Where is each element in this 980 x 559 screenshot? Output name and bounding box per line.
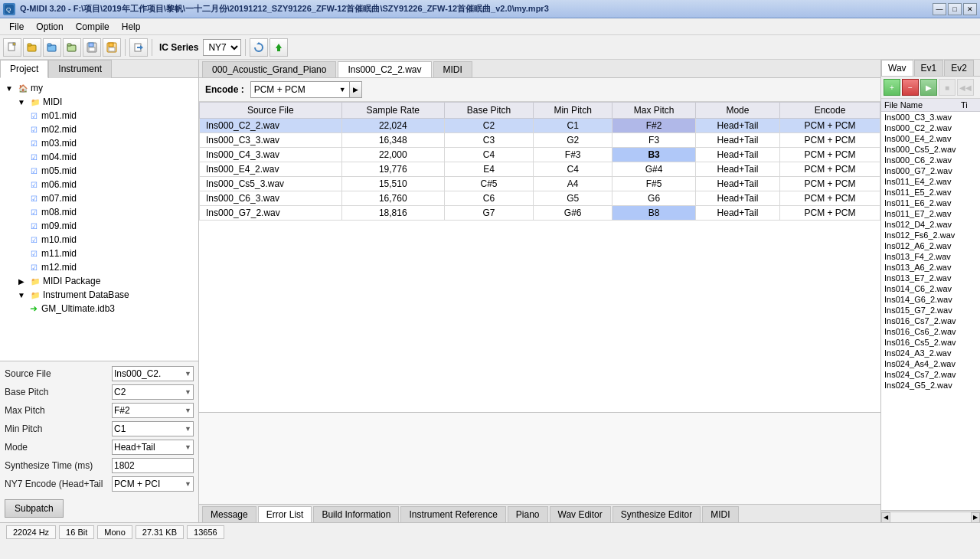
tree-m11[interactable]: ☑m11.mid xyxy=(3,247,195,260)
tree-m04[interactable]: ☑m04.mid xyxy=(3,150,195,164)
file-list-item[interactable]: Ins011_E7_2.wav xyxy=(881,208,980,219)
col-encode[interactable]: Encode xyxy=(780,103,880,119)
file-list-item[interactable]: Ins011_E5_2.wav xyxy=(881,187,980,198)
col-mode[interactable]: Mode xyxy=(695,103,779,119)
menu-file[interactable]: File xyxy=(3,20,30,34)
source-file-value[interactable]: Ins000_C2. ▼ xyxy=(112,366,194,381)
file-list-item[interactable]: Ins024_A3_2.wav xyxy=(881,348,980,358)
encode-dropdown-arrow[interactable]: ▼ xyxy=(339,86,346,93)
play-button[interactable]: ▶ xyxy=(920,79,937,96)
tree-m02[interactable]: ☑m02.mid xyxy=(3,123,195,136)
file-list-item[interactable]: Ins000_E4_2.wav xyxy=(881,133,980,144)
tab-acoustic-grand[interactable]: 000_Acoustic_Grand_Piano xyxy=(202,61,336,77)
file-list-item[interactable]: Ins000_C6_2.wav xyxy=(881,155,980,165)
col-sample-rate[interactable]: Sample Rate xyxy=(341,103,445,119)
ic-series-select[interactable]: NY7NY8 xyxy=(203,39,241,56)
right-tab-ev2[interactable]: Ev2 xyxy=(944,60,974,76)
table-row[interactable]: Ins000_C4_3.wav 22,000 C4 F#3 B3 Head+Ta… xyxy=(200,148,880,162)
tree-gm-ultimate[interactable]: ➜ GM_Ultimate.idb3 xyxy=(3,302,195,315)
minimize-button[interactable]: — xyxy=(933,3,946,15)
col-max-pitch[interactable]: Max Pitch xyxy=(612,103,696,119)
tree-m03[interactable]: ☑m03.mid xyxy=(3,136,195,150)
toolbar-download[interactable] xyxy=(270,38,288,57)
file-list-item[interactable]: Ins016_Cs5_2.wav xyxy=(881,337,980,348)
toolbar-open2[interactable] xyxy=(43,38,61,57)
tab-midi[interactable]: MIDI xyxy=(433,61,472,77)
file-list-item[interactable]: Ins013_E7_2.wav xyxy=(881,273,980,283)
tab-ins000-wav[interactable]: Ins000_C2_2.wav xyxy=(338,61,431,77)
file-list-item[interactable]: Ins000_G7_2.wav xyxy=(881,165,980,176)
file-list-item[interactable]: Ins024_As4_2.wav xyxy=(881,358,980,369)
tree-m09[interactable]: ☑m09.mid xyxy=(3,219,195,233)
maximize-button[interactable]: □ xyxy=(948,3,962,15)
menu-compile[interactable]: Compile xyxy=(70,20,116,34)
file-list-item[interactable]: Ins013_A6_2.wav xyxy=(881,262,980,273)
bottom-tab-instrument-ref[interactable]: Instrument Reference xyxy=(400,506,505,522)
file-list-item[interactable]: Ins013_F4_2.wav xyxy=(881,251,980,262)
tree-m07[interactable]: ☑m07.mid xyxy=(3,191,195,205)
file-list-item[interactable]: Ins000_C3_3.wav xyxy=(881,112,980,123)
tree-m12[interactable]: ☑m12.mid xyxy=(3,260,195,274)
table-row[interactable]: Ins000_Cs5_3.wav 15,510 C#5 A4 F#5 Head+… xyxy=(200,177,880,191)
tree-m01[interactable]: ☑m01.mid xyxy=(3,109,195,123)
stop-button[interactable]: ■ xyxy=(939,79,956,96)
file-list-item[interactable]: Ins012_D4_2.wav xyxy=(881,219,980,230)
tree-m10[interactable]: ☑m10.mid xyxy=(3,233,195,247)
tree-m08[interactable]: ☑m08.mid xyxy=(3,205,195,219)
bottom-tab-build-info[interactable]: Build Information xyxy=(313,506,399,522)
file-list-item[interactable]: Ins000_C2_2.wav xyxy=(881,123,980,133)
toolbar-new[interactable] xyxy=(3,38,21,57)
subpatch-button[interactable]: Subpatch xyxy=(5,499,64,518)
table-row[interactable]: Ins000_C6_3.wav 16,760 C6 G5 G6 Head+Tai… xyxy=(200,191,880,206)
bottom-tab-wav-editor[interactable]: Wav Editor xyxy=(550,506,611,522)
right-tab-wav[interactable]: Wav xyxy=(881,60,913,76)
file-list-item[interactable]: Ins000_Cs5_2.wav xyxy=(881,144,980,155)
bottom-tab-piano[interactable]: Piano xyxy=(508,506,548,522)
bottom-tab-message[interactable]: Message xyxy=(202,506,256,522)
toolbar-open3[interactable] xyxy=(63,38,81,57)
table-row[interactable]: Ins000_C2_2.wav 22,024 C2 C1 F#2 Head+Ta… xyxy=(200,119,880,133)
scroll-right-btn[interactable]: ▶ xyxy=(971,512,980,523)
col-min-pitch[interactable]: Min Pitch xyxy=(533,103,612,119)
tree-m05[interactable]: ☑m05.mid xyxy=(3,164,195,178)
toolbar-refresh[interactable] xyxy=(250,38,268,57)
file-list-item[interactable]: Ins012_A6_2.wav xyxy=(881,240,980,251)
file-list-item[interactable]: Ins011_E6_2.wav xyxy=(881,198,980,208)
file-list-item[interactable]: Ins014_G6_2.wav xyxy=(881,294,980,305)
scroll-track[interactable] xyxy=(890,512,971,522)
close-button[interactable]: ✕ xyxy=(963,3,977,15)
encode-expand-btn[interactable]: ▶ xyxy=(350,81,362,98)
col-source-file[interactable]: Source File xyxy=(200,103,342,119)
right-file-list[interactable]: Ins000_C3_3.wavIns000_C2_2.wavIns000_E4_… xyxy=(881,112,980,510)
file-list-item[interactable]: Ins014_C6_2.wav xyxy=(881,283,980,294)
menu-help[interactable]: Help xyxy=(116,20,147,34)
tree-root[interactable]: ▼ 🏠 my xyxy=(3,81,195,95)
menu-option[interactable]: Option xyxy=(30,20,69,34)
tree-m06[interactable]: ☑m06.mid xyxy=(3,178,195,191)
remove-button[interactable]: − xyxy=(902,79,919,96)
right-bottom-scroll[interactable]: ◀ ▶ xyxy=(881,510,980,522)
table-row[interactable]: Ins000_C3_3.wav 16,348 C3 G2 F3 Head+Tai… xyxy=(200,133,880,148)
toolbar-save2[interactable] xyxy=(103,38,121,57)
tab-instrument[interactable]: Instrument xyxy=(48,60,112,78)
right-tab-ev1[interactable]: Ev1 xyxy=(914,60,944,76)
tree-midi-package[interactable]: ▶ 📁 MIDI Package xyxy=(3,274,195,288)
toolbar-save[interactable] xyxy=(83,38,101,57)
tree-instrument-db[interactable]: ▼ 📁 Instrument DataBase xyxy=(3,288,195,302)
file-list-item[interactable]: Ins015_G7_2.wav xyxy=(881,305,980,315)
bottom-tab-error-list[interactable]: Error List xyxy=(258,506,312,522)
toolbar-export[interactable] xyxy=(129,38,148,57)
table-row[interactable]: Ins000_E4_2.wav 19,776 E4 C4 G#4 Head+Ta… xyxy=(200,162,880,177)
toolbar-open-project[interactable] xyxy=(23,38,41,57)
tab-project[interactable]: Project xyxy=(0,60,48,78)
bottom-tab-synth-editor[interactable]: Synthesize Editor xyxy=(612,506,701,522)
table-row[interactable]: Ins000_G7_2.wav 18,816 G7 G#6 B8 Head+Ta… xyxy=(200,206,880,221)
record-button[interactable]: ◀◀ xyxy=(957,79,974,96)
file-list-item[interactable]: Ins012_Fs6_2.wav xyxy=(881,230,980,240)
bottom-tab-midi[interactable]: MIDI xyxy=(702,506,738,522)
file-list-item[interactable]: Ins016_Cs6_2.wav xyxy=(881,326,980,337)
scroll-left-btn[interactable]: ◀ xyxy=(881,512,890,523)
file-list-item[interactable]: Ins024_Cs7_2.wav xyxy=(881,369,980,380)
file-list-item[interactable]: Ins011_E4_2.wav xyxy=(881,176,980,187)
file-list-item[interactable]: Ins024_G5_2.wav xyxy=(881,380,980,391)
